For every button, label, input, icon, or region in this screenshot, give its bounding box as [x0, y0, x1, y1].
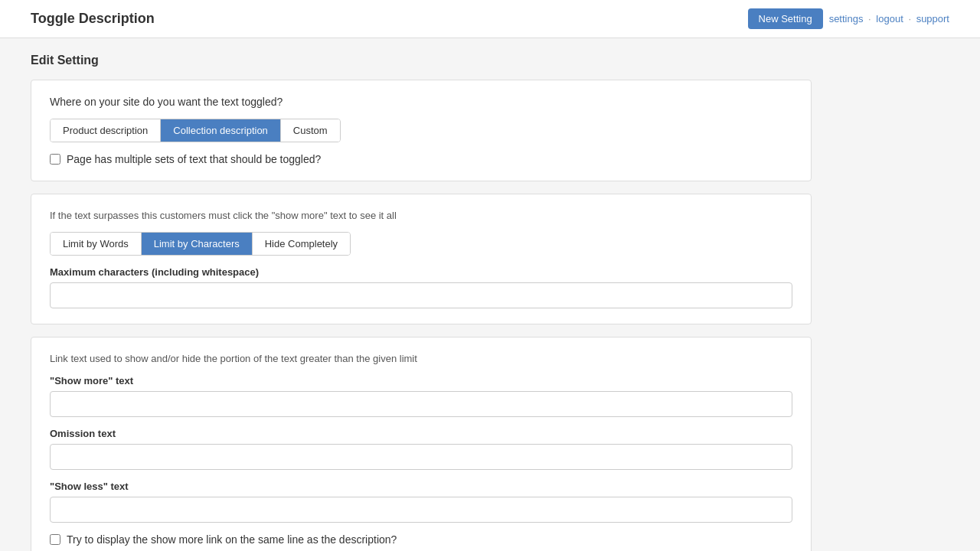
show-more-label: "Show more" text [50, 375, 792, 386]
card3-info: Link text used to show and/or hide the p… [50, 353, 792, 364]
page-subtitle: Edit Setting [31, 54, 812, 67]
tab-collection-description[interactable]: Collection description [161, 119, 281, 142]
same-line-checkbox[interactable] [50, 534, 60, 545]
card-limit: If the text surpasses this customers mus… [31, 194, 812, 324]
show-less-label: "Show less" text [50, 481, 792, 492]
page-content: Edit Setting Where on your site do you w… [0, 38, 842, 551]
card2-info: If the text surpasses this customers mus… [50, 210, 792, 221]
max-chars-input[interactable]: 180 [50, 282, 792, 308]
logout-link[interactable]: logout [876, 13, 903, 24]
card2-tab-group: Limit by Words Limit by Characters Hide … [50, 232, 351, 256]
omission-input[interactable]: ... [50, 444, 792, 470]
new-setting-button[interactable]: New Setting [748, 8, 823, 29]
top-bar-actions: New Setting settings · logout · support [748, 8, 949, 29]
support-link[interactable]: support [916, 13, 949, 24]
same-line-checkbox-row: Try to display the show more link on the… [50, 533, 792, 546]
tab-limit-by-characters[interactable]: Limit by Characters [142, 233, 253, 255]
same-line-label: Try to display the show more link on the… [67, 533, 397, 546]
separator-2: · [908, 13, 911, 24]
page-title: Toggle Description [31, 11, 155, 27]
multiple-sets-checkbox[interactable] [50, 154, 60, 165]
top-bar-links: settings · logout · support [829, 13, 949, 24]
card1-tab-group: Product description Collection descripti… [50, 119, 341, 142]
tab-limit-by-words[interactable]: Limit by Words [51, 233, 142, 255]
card1-question: Where on your site do you want the text … [50, 96, 792, 108]
card3-checkboxes: Try to display the show more link on the… [50, 533, 792, 551]
omission-label: Omission text [50, 428, 792, 439]
max-chars-label: Maximum characters (including whitespace… [50, 266, 792, 278]
settings-link[interactable]: settings [829, 13, 864, 24]
show-less-input[interactable]: show less [50, 497, 792, 523]
tab-hide-completely[interactable]: Hide Completely [253, 233, 350, 255]
tab-product-description[interactable]: Product description [51, 119, 161, 142]
tab-custom[interactable]: Custom [281, 119, 340, 142]
top-bar: Toggle Description New Setting settings … [0, 0, 980, 38]
separator-1: · [868, 13, 871, 24]
card-link-text: Link text used to show and/or hide the p… [31, 337, 812, 551]
multiple-sets-label: Page has multiple sets of text that shou… [67, 153, 321, 165]
card-where-toggled: Where on your site do you want the text … [31, 80, 812, 181]
show-more-input[interactable]: show collection [50, 391, 792, 417]
card1-checkbox-row: Page has multiple sets of text that shou… [50, 153, 792, 165]
